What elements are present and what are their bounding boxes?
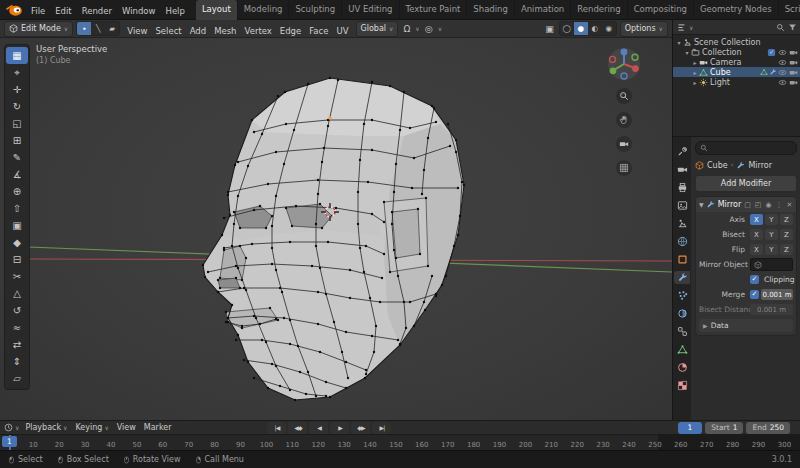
properties-tab-output[interactable] — [674, 181, 690, 194]
xray-toggle-icon[interactable]: ▣ — [543, 24, 556, 34]
disclosure-icon[interactable]: ▸ — [691, 69, 699, 76]
visibility-eye-icon[interactable] — [778, 48, 787, 57]
workspace-tab-compositing[interactable]: Compositing — [628, 0, 694, 20]
pan-button[interactable] — [616, 112, 632, 128]
visibility-eye-icon[interactable] — [778, 58, 787, 67]
snap-settings-chevron-icon[interactable]: ∨ — [415, 25, 419, 32]
tool-shear[interactable]: ▱ — [6, 370, 28, 387]
workspace-tab-uv-editing[interactable]: UV Editing — [342, 0, 399, 20]
properties-tab-object-data[interactable] — [674, 343, 690, 356]
select-mode-vertex-button[interactable]: ∙ — [77, 22, 91, 35]
modifier-display-editmode-toggle[interactable]: ▢ — [743, 201, 752, 209]
properties-tab-texture[interactable] — [674, 379, 690, 392]
viewport-menu-face[interactable]: Face — [305, 26, 332, 36]
bisect-x-button[interactable]: X — [750, 229, 763, 240]
outliner-row-scene-collection[interactable]: ▾Scene Collection — [673, 37, 800, 47]
workspace-tab-modeling[interactable]: Modeling — [238, 0, 290, 20]
proportional-settings-chevron-icon[interactable]: ∨ — [438, 25, 442, 32]
viewport-menu-mesh[interactable]: Mesh — [210, 26, 240, 36]
merge-threshold-field[interactable]: 0.001 m — [761, 289, 793, 300]
workspace-tab-texture-paint[interactable]: Texture Paint — [400, 0, 468, 20]
clipping-checkbox[interactable]: ✓ — [750, 275, 759, 284]
shading-rendered-button[interactable]: ◉ — [602, 22, 616, 35]
workspace-tab-shading[interactable]: Shading — [467, 0, 515, 20]
render-visibility-icon[interactable] — [789, 48, 798, 57]
properties-tab-scene[interactable] — [674, 217, 690, 230]
render-visibility-icon[interactable] — [789, 78, 798, 87]
frame-end-field[interactable]: End 250 — [746, 422, 790, 434]
properties-tab-view-layer[interactable] — [674, 199, 690, 212]
axis-x-button[interactable]: X — [750, 214, 763, 225]
viewport-menu-view[interactable]: View — [123, 26, 151, 36]
proportional-editing-icon[interactable]: ◎ — [423, 24, 435, 34]
collection-checkbox[interactable]: ✓ — [768, 48, 775, 55]
workspace-tab-layout[interactable]: Layout — [196, 0, 238, 20]
properties-tab-modifiers[interactable] — [674, 271, 690, 284]
tool-transform[interactable]: ⊞ — [6, 132, 28, 149]
workspace-tab-scripting[interactable]: Scripting — [779, 0, 800, 20]
timeline-editor-icon[interactable] — [4, 423, 13, 432]
zoom-button[interactable] — [616, 88, 632, 104]
tool-cursor[interactable]: ⌖ — [6, 64, 28, 81]
transport-jump-to-end-button[interactable]: ▶| — [372, 422, 391, 434]
breadcrumb-object[interactable]: Cube — [707, 161, 728, 170]
outliner-row-cube[interactable]: ▸Cube — [673, 67, 800, 77]
options-dropdown[interactable]: Options ∨ — [620, 21, 668, 37]
timeline-menu-playback[interactable]: Playback∨ — [21, 423, 71, 432]
current-frame-field[interactable]: 1 — [678, 422, 703, 434]
viewport-menu-vertex[interactable]: Vertex — [241, 26, 276, 36]
flip-x-button[interactable]: X — [750, 244, 763, 255]
tool-loop-cut[interactable]: ⊟ — [6, 251, 28, 268]
tool-measure[interactable]: ∡ — [6, 166, 28, 183]
transport-next-keyframe-button[interactable]: ◆▶ — [351, 422, 370, 434]
outliner-row-camera[interactable]: ▸Camera — [673, 57, 800, 67]
modifier-display-realtime-toggle[interactable]: ◰ — [754, 201, 763, 209]
toggle-perspective-button[interactable] — [616, 160, 632, 176]
render-visibility-icon[interactable] — [789, 68, 798, 77]
properties-search-field[interactable] — [695, 141, 797, 155]
3d-viewport[interactable]: User Perspective (1) Cube ▦⌖✛↻◱⊞✎∡⊕⇧▣◆⊟✂… — [0, 38, 672, 420]
outliner-row-collection[interactable]: ▾Collection✓ — [673, 47, 800, 57]
menu-edit[interactable]: Edit — [50, 6, 76, 16]
tool-add-cube[interactable]: ⊕ — [6, 183, 28, 200]
modifier-close-button[interactable]: ✕ — [786, 201, 794, 209]
frame-start-field[interactable]: Start 1 — [705, 422, 743, 434]
visibility-eye-icon[interactable] — [778, 78, 787, 87]
visibility-eye-icon[interactable] — [778, 68, 787, 77]
navigation-gizmo[interactable] — [606, 46, 642, 82]
select-mode-face-button[interactable]: ▰ — [105, 22, 119, 35]
bisect-z-button[interactable]: Z — [780, 229, 793, 240]
mirror-object-field[interactable] — [750, 258, 793, 271]
workspace-tab-sculpting[interactable]: Sculpting — [289, 0, 342, 20]
timeline-menu-keying[interactable]: Keying∨ — [72, 423, 113, 432]
tool-scale[interactable]: ◱ — [6, 115, 28, 132]
camera-view-button[interactable] — [616, 136, 632, 152]
disclosure-icon[interactable]: ▾ — [675, 39, 683, 46]
playhead[interactable]: 1 — [2, 436, 17, 447]
menu-render[interactable]: Render — [77, 6, 117, 16]
axis-y-button[interactable]: Y — [765, 214, 778, 225]
disclosure-icon[interactable]: ▾ — [683, 49, 691, 56]
tool-select-box[interactable]: ▦ — [6, 47, 28, 64]
mode-selector[interactable]: Edit Mode ∨ — [4, 21, 73, 37]
select-mode-edge-button[interactable]: ╲ — [91, 22, 105, 35]
tool-spin[interactable]: ↺ — [6, 302, 28, 319]
tool-inset-faces[interactable]: ▣ — [6, 217, 28, 234]
timeline-ruler[interactable]: 1 10203040506070809010011012013014015016… — [0, 434, 800, 451]
menu-help[interactable]: Help — [160, 6, 189, 16]
tool-extrude-region[interactable]: ⇧ — [6, 200, 28, 217]
properties-tab-material[interactable] — [674, 361, 690, 374]
transport-play-button[interactable]: ▶ — [330, 422, 349, 434]
outliner-editor-icon[interactable] — [677, 23, 686, 32]
tool-move[interactable]: ✛ — [6, 81, 28, 98]
tool-poly-build[interactable]: △ — [6, 285, 28, 302]
properties-tab-object[interactable] — [674, 253, 690, 266]
render-visibility-icon[interactable] — [789, 58, 798, 67]
modifier-display-render-toggle[interactable]: ◉ — [764, 201, 772, 209]
blender-logo-icon[interactable] — [5, 3, 23, 17]
viewport-menu-edge[interactable]: Edge — [276, 26, 305, 36]
properties-tab-physics[interactable] — [674, 307, 690, 320]
add-modifier-button[interactable]: Add Modifier — [695, 175, 797, 192]
merge-checkbox[interactable]: ✓ — [750, 290, 759, 299]
tool-smooth[interactable]: ≈ — [6, 319, 28, 336]
